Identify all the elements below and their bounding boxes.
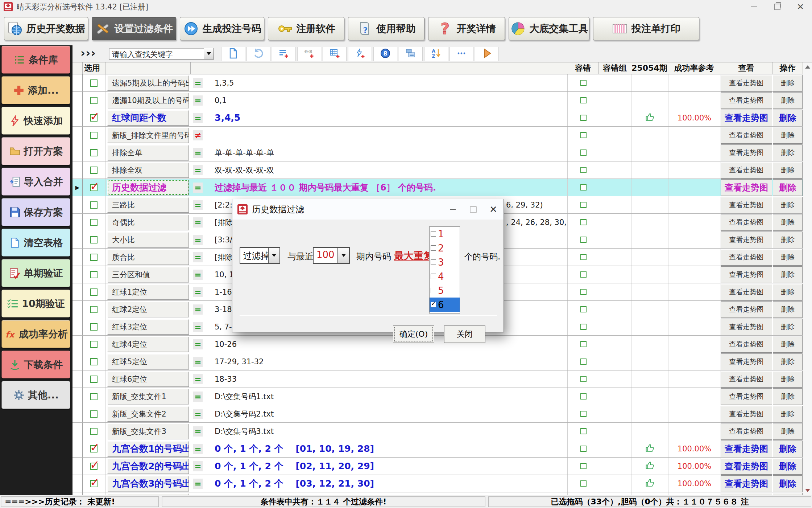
tolerance-checkbox[interactable]	[580, 202, 587, 208]
close-button[interactable]: ✕	[789, 0, 812, 13]
table-row[interactable]: = 查看走势图 删除	[72, 492, 803, 495]
dropdown-button[interactable]	[337, 248, 349, 263]
view-trend-button[interactable]: 查看走势图	[721, 319, 772, 335]
tolerance-checkbox[interactable]	[580, 219, 587, 225]
condition-name[interactable]: 红球4定位	[107, 337, 189, 352]
unchecked-checkbox-icon[interactable]	[431, 231, 436, 237]
table-row[interactable]: 新版_交集文件1 = D:\交集号码1.txt 查看走势图 删除	[72, 388, 803, 405]
delete-button[interactable]: 删除	[773, 406, 803, 422]
tolerance-cell[interactable]	[567, 405, 599, 422]
tolerance-checkbox[interactable]	[580, 480, 587, 487]
max-repeat-link[interactable]: 最大重复	[394, 249, 433, 262]
toolbar-button-6[interactable]: ?开奖详情	[428, 17, 505, 40]
tolerance-cell[interactable]	[567, 196, 599, 213]
delete-button[interactable]: 删除	[773, 144, 803, 161]
row-checkbox[interactable]	[90, 410, 98, 418]
condition-name[interactable]: 九宫合数3的号码出	[107, 476, 189, 491]
view-trend-button[interactable]: 查看走势图	[721, 284, 772, 300]
table-row[interactable]: 九宫合数2的号码出 = 0 个, 1 个, 2 个 [02, 11, 20, 2…	[72, 458, 803, 475]
tolerance-cell[interactable]	[567, 318, 599, 335]
vertical-scrollbar[interactable]	[803, 62, 812, 495]
dialog-close-button-2[interactable]: 关闭	[444, 325, 485, 343]
view-trend-button[interactable]: 查看走势图	[721, 336, 772, 353]
view-trend-button[interactable]: 查看走势图	[721, 423, 772, 440]
tolerance-checkbox[interactable]	[580, 149, 587, 156]
delete-button[interactable]: 删除	[773, 249, 803, 266]
toolbar-button-5[interactable]: ?使用帮助	[348, 17, 424, 40]
row-select-cell[interactable]	[83, 92, 105, 109]
toolbar-button-7[interactable]: 大底交集工具	[509, 17, 589, 40]
delete-button[interactable]: 删除	[773, 371, 803, 388]
condition-name[interactable]: 新版_交集文件2	[107, 406, 189, 422]
filterbar-button-oddeven-add[interactable]: 奇偶	[297, 47, 321, 61]
tolerance-checkbox[interactable]	[580, 271, 587, 278]
condition-name[interactable]: 新版_交集文件3	[107, 424, 189, 439]
tolerance-checkbox[interactable]	[580, 115, 587, 121]
tolerance-cell[interactable]	[567, 458, 599, 475]
tolerance-cell[interactable]	[567, 440, 599, 457]
view-trend-button[interactable]: 查看走势图	[721, 232, 772, 248]
row-select-cell[interactable]	[83, 301, 105, 318]
tolerance-cell[interactable]	[567, 231, 599, 248]
condition-name[interactable]: 质合比	[107, 250, 189, 265]
delete-button[interactable]: 删除	[773, 388, 803, 405]
row-select-cell[interactable]	[83, 127, 105, 144]
filterbar-button-undo[interactable]	[246, 47, 270, 61]
row-checkbox[interactable]	[90, 201, 98, 209]
scroll-down-button[interactable]	[803, 486, 812, 495]
row-select-cell[interactable]	[83, 179, 105, 196]
condition-name[interactable]: 排除全双	[107, 163, 189, 178]
sidebar-item-7[interactable]: 清空表格	[1, 229, 70, 257]
view-trend-button[interactable]: 查看走势图	[721, 441, 772, 457]
repeat-option-2[interactable]: 2	[430, 241, 460, 255]
row-select-cell[interactable]	[83, 405, 105, 422]
tolerance-checkbox[interactable]	[580, 237, 587, 243]
condition-name[interactable]: 排除全单	[107, 145, 189, 160]
condition-name[interactable]: 遗漏10期及以上的号码出	[107, 93, 189, 108]
tolerance-checkbox[interactable]	[580, 167, 587, 173]
filterbar-button-sort[interactable]: AZ	[424, 47, 448, 61]
tolerance-checkbox[interactable]	[580, 97, 587, 103]
row-checkbox[interactable]	[90, 219, 98, 226]
delete-button[interactable]: 删除	[773, 179, 803, 196]
search-dropdown-button[interactable]	[204, 48, 214, 59]
toolbar-button-2[interactable]: 设置过滤条件	[92, 17, 176, 40]
unchecked-checkbox-icon[interactable]	[431, 288, 436, 293]
sidebar-item-6[interactable]: 保存方案	[1, 198, 70, 226]
tolerance-checkbox[interactable]	[580, 463, 587, 469]
tolerance-checkbox[interactable]	[580, 393, 587, 400]
row-select-cell[interactable]	[83, 440, 105, 457]
table-row[interactable]: 遗漏5期及以上的号码出 = 1,3,5 查看走势图 删除	[72, 74, 803, 92]
repeat-count-listbox[interactable]: 123456	[429, 226, 460, 314]
view-trend-button[interactable]: 查看走势图	[721, 144, 772, 161]
delete-button[interactable]: 删除	[773, 110, 803, 126]
tolerance-cell[interactable]	[567, 144, 599, 161]
dialog-close-button[interactable]: ✕	[483, 199, 504, 220]
search-input[interactable]: 请输入查找关键字	[109, 48, 214, 60]
maximize-button[interactable]	[766, 0, 789, 13]
tolerance-cell[interactable]	[567, 214, 599, 231]
row-select-cell[interactable]	[83, 74, 105, 91]
table-row[interactable]: 新版_交集文件2 = D:\交集号码2.txt 查看走势图 删除	[72, 405, 803, 423]
filterbar-button-layers[interactable]	[399, 47, 423, 61]
row-checkbox[interactable]	[90, 393, 98, 400]
row-checkbox[interactable]	[90, 323, 98, 331]
repeat-option-5[interactable]: 5	[430, 283, 460, 298]
tolerance-cell[interactable]	[567, 492, 599, 495]
condition-name[interactable]: 新版_交集文件1	[107, 389, 189, 404]
view-trend-button[interactable]: 查看走势图	[721, 301, 772, 318]
condition-name[interactable]: 三分区和值	[107, 267, 189, 282]
delete-button[interactable]: 删除	[773, 301, 803, 318]
delete-button[interactable]: 删除	[773, 319, 803, 335]
row-select-cell[interactable]	[83, 353, 105, 370]
table-row[interactable]: ▶ 历史数据过滤 = 过滤掉与最近 １００ 期内号码最大重复 ［6］ 个的号码.…	[72, 179, 803, 196]
delete-button[interactable]: 删除	[773, 441, 803, 457]
row-select-cell[interactable]	[83, 492, 105, 495]
checked-checkbox-icon[interactable]	[431, 302, 436, 307]
table-row[interactable]: 红球间距个数 = 3,4,5 100.00% 查看走势图 删除	[72, 109, 803, 127]
condition-name[interactable]: 三路比	[107, 197, 189, 213]
condition-name[interactable]: 历史数据过滤	[107, 180, 189, 195]
row-checkbox[interactable]	[90, 254, 98, 261]
delete-button[interactable]: 删除	[773, 162, 803, 179]
condition-name[interactable]: 奇偶比	[107, 215, 189, 230]
